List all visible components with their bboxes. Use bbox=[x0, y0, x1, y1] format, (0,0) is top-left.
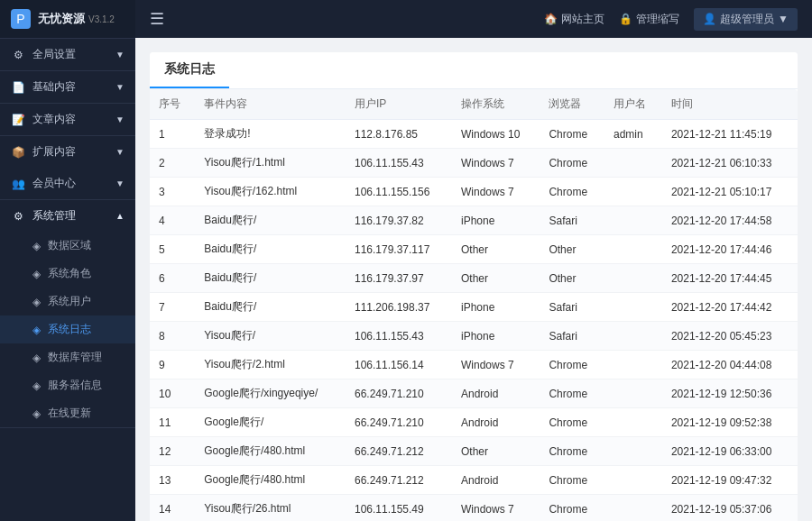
cell-browser: Chrome bbox=[540, 495, 604, 522]
cell-browser: Other bbox=[540, 264, 604, 293]
cell-ip: 106.11.155.156 bbox=[346, 178, 452, 206]
table-row: 3 Yisou爬行/162.html 106.11.155.156 Window… bbox=[150, 178, 798, 206]
db-icon: ◈ bbox=[32, 352, 41, 364]
sidebar-sub-label: 系统用户 bbox=[48, 294, 91, 309]
sidebar-item-basic-content[interactable]: 📄 基础内容 ▼ bbox=[0, 71, 135, 103]
sidebar-sub-label: 系统日志 bbox=[48, 322, 91, 337]
sidebar-item-label: 系统管理 bbox=[32, 208, 115, 224]
cell-os: Other bbox=[452, 437, 540, 466]
cell-event: Google爬行/480.html bbox=[195, 466, 346, 495]
cell-event: Baidu爬行/ bbox=[195, 206, 346, 235]
cell-id: 6 bbox=[150, 264, 195, 293]
cell-ip: 66.249.71.212 bbox=[346, 466, 452, 495]
sidebar-item-online-update[interactable]: ◈ 在线更新 bbox=[0, 399, 135, 427]
cell-id: 4 bbox=[150, 206, 195, 235]
cell-id: 2 bbox=[150, 149, 195, 178]
col-header-id: 序号 bbox=[150, 89, 195, 120]
cell-user bbox=[604, 437, 662, 466]
sidebar-item-label: 文章内容 bbox=[32, 112, 115, 127]
data-icon: ◈ bbox=[32, 240, 41, 252]
sidebar-item-expand-content[interactable]: 📦 扩展内容 ▼ bbox=[0, 136, 135, 168]
cell-id: 9 bbox=[150, 351, 195, 379]
cell-browser: Chrome bbox=[540, 437, 604, 466]
cell-ip: 106.11.156.14 bbox=[346, 351, 452, 379]
cell-ip: 106.11.155.49 bbox=[346, 495, 452, 522]
sidebar-item-system-log[interactable]: ◈ 系统日志 bbox=[0, 315, 135, 343]
sidebar-sub-label: 系统角色 bbox=[48, 266, 91, 281]
logo-text: 无忧资源 bbox=[38, 11, 85, 27]
user-icon: ◈ bbox=[32, 296, 41, 308]
box-icon: 📦 bbox=[11, 145, 25, 160]
table-header-row: 序号 事件内容 用户IP 操作系统 浏览器 用户名 时间 bbox=[150, 89, 798, 120]
table-row: 5 Baidu爬行/ 116.179.37.117 Other Other 20… bbox=[150, 235, 798, 264]
table-container: 序号 事件内容 用户IP 操作系统 浏览器 用户名 时间 1 登录成功! 112… bbox=[150, 89, 798, 521]
user-avatar-icon: 👤 bbox=[703, 13, 716, 25]
user-menu[interactable]: 👤 超级管理员 ▼ bbox=[694, 8, 798, 31]
home-link[interactable]: 🏠 网站主页 bbox=[544, 12, 604, 27]
cell-event: Baidu爬行/ bbox=[195, 293, 346, 322]
chevron-up-icon: ▲ bbox=[115, 211, 125, 221]
table-row: 12 Google爬行/480.html 66.249.71.212 Other… bbox=[150, 437, 798, 466]
manage-icon: 🔒 bbox=[619, 13, 632, 25]
cell-os: Other bbox=[452, 264, 540, 293]
manage-link[interactable]: 🔒 管理缩写 bbox=[619, 12, 679, 27]
server-icon: ◈ bbox=[32, 379, 41, 392]
table-row: 14 Yisou爬行/26.html 106.11.155.49 Windows… bbox=[150, 495, 798, 522]
table-row: 13 Google爬行/480.html 66.249.71.212 Andro… bbox=[150, 466, 798, 495]
table-row: 1 登录成功! 112.8.176.85 Windows 10 Chrome a… bbox=[150, 120, 798, 149]
cell-id: 12 bbox=[150, 437, 195, 466]
sidebar-item-label: 扩展内容 bbox=[32, 144, 115, 160]
cell-ip: 116.179.37.97 bbox=[346, 264, 452, 293]
topbar: ☰ 🏠 网站主页 🔒 管理缩写 👤 超级管理员 ▼ bbox=[135, 0, 812, 38]
cell-event: Google爬行/ bbox=[195, 408, 346, 437]
cell-time: 2021-12-19 05:37:06 bbox=[662, 495, 798, 522]
role-icon: ◈ bbox=[32, 268, 41, 280]
main-area: ☰ 🏠 网站主页 🔒 管理缩写 👤 超级管理员 ▼ 系统日志 bbox=[135, 0, 812, 521]
cell-user bbox=[604, 264, 662, 293]
sidebar-item-system-role[interactable]: ◈ 系统角色 bbox=[0, 260, 135, 288]
cell-user bbox=[604, 235, 662, 264]
sidebar-item-data-area[interactable]: ◈ 数据区域 bbox=[0, 232, 135, 260]
sidebar-item-ad-management[interactable]: ◈ 数据库管理 bbox=[0, 343, 135, 371]
hamburger-icon[interactable]: ☰ bbox=[150, 9, 164, 29]
sidebar-item-label: 基础内容 bbox=[32, 79, 115, 95]
chevron-down-icon: ▼ bbox=[115, 50, 125, 59]
cell-event: Google爬行/xingyeqiye/ bbox=[195, 379, 346, 408]
cell-user bbox=[604, 178, 662, 206]
cell-ip: 106.11.155.43 bbox=[346, 322, 452, 351]
cell-os: Windows 7 bbox=[452, 495, 540, 522]
sidebar-item-global-settings[interactable]: ⚙ 全局设置 ▼ bbox=[0, 39, 135, 70]
cell-user bbox=[604, 379, 662, 408]
cell-ip: 111.206.198.37 bbox=[346, 293, 452, 322]
sidebar-item-article-content[interactable]: 📝 文章内容 ▼ bbox=[0, 104, 135, 135]
cell-user bbox=[604, 149, 662, 178]
sidebar-item-user-center[interactable]: 👥 会员中心 ▼ bbox=[0, 168, 135, 199]
sidebar-item-system-management[interactable]: ⚙ 系统管理 ▲ bbox=[0, 200, 135, 232]
cell-user bbox=[604, 351, 662, 379]
col-header-time: 时间 bbox=[662, 89, 798, 120]
sidebar: P 无忧资源 V3.1.2 ⚙ 全局设置 ▼ 📄 基础内容 ▼ 📝 文章内容 ▼… bbox=[0, 0, 135, 521]
sidebar-sub-label: 服务器信息 bbox=[48, 378, 102, 393]
sidebar-item-system-user[interactable]: ◈ 系统用户 bbox=[0, 288, 135, 315]
table-row: 7 Baidu爬行/ 111.206.198.37 iPhone Safari … bbox=[150, 293, 798, 322]
page-header: 系统日志 bbox=[150, 52, 229, 88]
cell-id: 1 bbox=[150, 120, 195, 149]
chevron-down-icon: ▼ bbox=[115, 114, 125, 124]
sidebar-sub-label: 数据区域 bbox=[48, 238, 91, 253]
cell-time: 2021-12-20 04:44:08 bbox=[662, 351, 798, 379]
cell-time: 2021-12-20 17:44:42 bbox=[662, 293, 798, 322]
topbar-right: 🏠 网站主页 🔒 管理缩写 👤 超级管理员 ▼ bbox=[544, 8, 798, 31]
cell-id: 7 bbox=[150, 293, 195, 322]
chevron-down-icon: ▼ bbox=[115, 147, 125, 157]
sidebar-section-global: ⚙ 全局设置 ▼ bbox=[0, 39, 135, 71]
table-row: 11 Google爬行/ 66.249.71.210 Android Chrom… bbox=[150, 408, 798, 437]
table-row: 8 Yisou爬行/ 106.11.155.43 iPhone Safari 2… bbox=[150, 322, 798, 351]
cell-time: 2021-12-20 17:44:45 bbox=[662, 264, 798, 293]
sidebar-item-server-info[interactable]: ◈ 服务器信息 bbox=[0, 371, 135, 399]
cell-browser: Safari bbox=[540, 206, 604, 235]
table-row: 10 Google爬行/xingyeqiye/ 66.249.71.210 An… bbox=[150, 379, 798, 408]
cell-user bbox=[604, 293, 662, 322]
cell-time: 2021-12-19 09:47:32 bbox=[662, 466, 798, 495]
cell-os: Android bbox=[452, 408, 540, 437]
cell-event: Yisou爬行/2.html bbox=[195, 351, 346, 379]
